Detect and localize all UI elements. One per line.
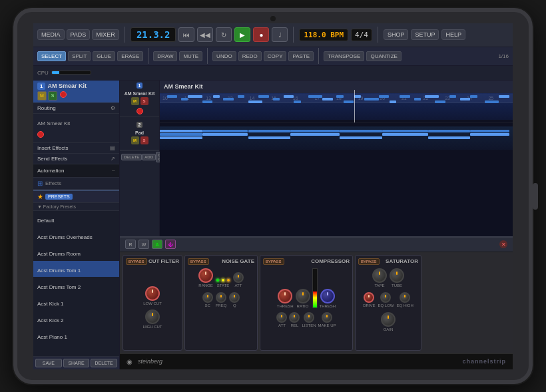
plugin-a-btn[interactable]: A [152, 240, 162, 249]
gain-knob[interactable] [381, 312, 396, 327]
ratio-knob[interactable] [296, 289, 310, 303]
pad-note [470, 130, 509, 132]
track-lane-2[interactable] [160, 123, 513, 156]
tape-knob[interactable] [372, 268, 387, 283]
loop-btn[interactable]: ↻ [216, 27, 232, 42]
preset-room[interactable]: Acst Drums Room [33, 244, 119, 261]
piano-roll-area[interactable]: AM Smear Kit 10 11 12 13 14 15 16 [160, 81, 513, 236]
track2-mini-name: Pad [135, 130, 144, 135]
mute-btn-1[interactable]: M [37, 91, 47, 100]
factory-label[interactable]: ▼ Factory Presets [33, 203, 119, 211]
saturator-bypass[interactable]: BYPASS [358, 258, 380, 265]
compressor-bypass[interactable]: BYPASS [263, 258, 284, 265]
solo-btn-1[interactable]: S [48, 91, 57, 100]
range-knob[interactable] [198, 268, 213, 283]
q-knob[interactable] [229, 292, 240, 303]
noise-gate-bypass[interactable]: BYPASS [188, 258, 209, 265]
pads-btn[interactable]: PADS [67, 29, 91, 40]
att-knob-2[interactable] [276, 312, 287, 323]
pad-note [382, 130, 428, 132]
track-item-1[interactable]: 1 AM Smear Kit M S [33, 81, 119, 103]
high-cut-knob[interactable] [145, 309, 160, 324]
eqlow-knob[interactable] [380, 292, 391, 303]
thresh-knob-2[interactable] [320, 289, 335, 303]
setup-btn[interactable]: SETUP [411, 29, 439, 40]
redo-btn[interactable]: REDO [238, 51, 262, 61]
share-preset-btn[interactable]: SHARE [63, 359, 90, 367]
copy-btn[interactable]: COPY [264, 51, 287, 61]
transpose-btn[interactable]: TRANSPOSE [324, 51, 364, 61]
plugin-close-btn[interactable]: ✕ [499, 240, 507, 248]
send-effects-row[interactable]: Send Effects ↗ [33, 154, 119, 164]
preset-overheads[interactable]: Acst Drums Overheads [33, 228, 119, 244]
select-tool[interactable]: SELECT [37, 51, 66, 61]
note [499, 95, 509, 98]
play-btn[interactable]: ▶ [234, 27, 250, 42]
mini-mute-2[interactable]: M [131, 136, 139, 144]
track1-mini-controls: M S [131, 97, 148, 105]
plugin-power-btn[interactable]: ⏻ [165, 240, 176, 249]
time-sig[interactable]: 4/4 [351, 29, 372, 41]
plugin-controls: R W A ⏻ [125, 240, 176, 249]
glue-tool[interactable]: GLUE [93, 51, 115, 61]
save-preset-btn[interactable]: SAVE [35, 359, 62, 367]
pad-note [428, 130, 471, 132]
presets-tab[interactable]: PRESETS [45, 194, 73, 200]
preset-piano1[interactable]: Acst Piano 1 [33, 327, 119, 344]
sc-knob[interactable] [202, 292, 213, 303]
metronome-btn[interactable]: ♩ [272, 27, 288, 42]
back-btn[interactable]: ◀◀ [197, 27, 213, 42]
media-btn[interactable]: MEDIA [37, 29, 65, 40]
freq-knob[interactable] [216, 292, 226, 303]
help-btn[interactable]: HELP [441, 29, 465, 40]
mini-solo-1[interactable]: S [140, 97, 148, 105]
low-cut-knob[interactable] [145, 286, 160, 301]
paste-btn[interactable]: PASTE [288, 51, 314, 61]
delete-action-btn[interactable]: DELETE [121, 154, 142, 160]
cut-filter-bypass[interactable]: BYPASS [126, 258, 147, 265]
mute-tool[interactable]: MUTE [179, 51, 202, 61]
preset-tom2[interactable]: Acst Drums Tom 2 [33, 278, 119, 294]
plugin-r-btn[interactable]: R [125, 240, 136, 249]
plugin-w-btn[interactable]: W [138, 240, 149, 249]
preset-tom1[interactable]: Acst Drums Tom 1 [33, 261, 119, 278]
preset-default[interactable]: Default [33, 211, 119, 228]
am-kit-row[interactable]: AM Smear Kit [33, 114, 119, 143]
drive-knob[interactable] [364, 292, 374, 303]
mini-solo-2[interactable]: S [140, 136, 148, 144]
note [284, 95, 294, 98]
split-tool[interactable]: SPLIT [68, 51, 91, 61]
position-display[interactable]: 21.3.2 [131, 27, 176, 42]
shop-btn[interactable]: SHOP [384, 29, 409, 40]
quantize-btn[interactable]: QUANTIZE [366, 51, 401, 61]
thresh-knob-1[interactable] [278, 289, 292, 303]
bpm-display[interactable]: 118.0 BPM [299, 29, 348, 41]
rec-btn-1[interactable] [60, 91, 67, 98]
auto-icon: ⏤ [112, 168, 115, 174]
plugin-body: BYPASS CUT FILTER LOW CUT HIG [120, 252, 513, 353]
pr-track-name: AM Smear Kit [164, 83, 203, 90]
preset-kick1[interactable]: Acst Kick 1 [33, 294, 119, 311]
tube-knob[interactable] [390, 268, 404, 283]
undo-btn[interactable]: UNDO [212, 51, 236, 61]
track-lane-1[interactable] [160, 90, 513, 123]
makeup-knob[interactable] [322, 312, 332, 323]
att-knob[interactable] [233, 272, 244, 283]
mini-mute-1[interactable]: M [131, 97, 139, 105]
listen-knob[interactable] [304, 312, 314, 323]
rel-knob[interactable] [289, 312, 300, 323]
automation-row[interactable]: Automation ⏤ [33, 164, 119, 178]
routing-row[interactable]: Routing ⚙ [33, 103, 119, 114]
record-btn[interactable]: ● [253, 27, 269, 42]
mixer-btn[interactable]: MIXER [92, 29, 119, 40]
delete-preset-btn[interactable]: DELETE [91, 359, 117, 367]
insert-effects-row[interactable]: Insert Effects ▤ [33, 143, 119, 154]
note-grid [160, 90, 513, 236]
mini-rec-1[interactable] [136, 108, 143, 114]
eqhigh-knob[interactable] [400, 292, 410, 303]
erase-tool[interactable]: ERASE [117, 51, 143, 61]
rewind-btn[interactable]: ⏮ [178, 27, 194, 42]
add-action-btn[interactable]: ADD [142, 154, 156, 160]
preset-kick2[interactable]: Acst Kick 2 [33, 311, 119, 327]
draw-tool[interactable]: DRAW [153, 51, 177, 61]
